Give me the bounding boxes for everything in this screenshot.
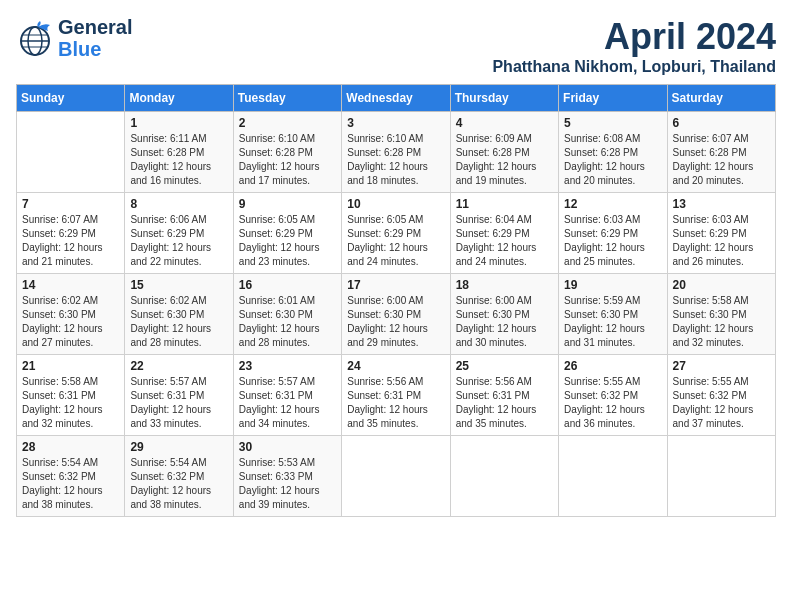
calendar-cell: 18Sunrise: 6:00 AM Sunset: 6:30 PM Dayli… — [450, 274, 558, 355]
calendar-table: SundayMondayTuesdayWednesdayThursdayFrid… — [16, 84, 776, 517]
day-info: Sunrise: 5:59 AM Sunset: 6:30 PM Dayligh… — [564, 294, 661, 350]
day-info: Sunrise: 6:10 AM Sunset: 6:28 PM Dayligh… — [239, 132, 336, 188]
calendar-cell: 24Sunrise: 5:56 AM Sunset: 6:31 PM Dayli… — [342, 355, 450, 436]
calendar-week-row: 7Sunrise: 6:07 AM Sunset: 6:29 PM Daylig… — [17, 193, 776, 274]
day-number: 25 — [456, 359, 553, 373]
calendar-cell: 12Sunrise: 6:03 AM Sunset: 6:29 PM Dayli… — [559, 193, 667, 274]
day-info: Sunrise: 5:57 AM Sunset: 6:31 PM Dayligh… — [239, 375, 336, 431]
calendar-cell: 25Sunrise: 5:56 AM Sunset: 6:31 PM Dayli… — [450, 355, 558, 436]
calendar-cell: 30Sunrise: 5:53 AM Sunset: 6:33 PM Dayli… — [233, 436, 341, 517]
calendar-cell: 15Sunrise: 6:02 AM Sunset: 6:30 PM Dayli… — [125, 274, 233, 355]
day-number: 10 — [347, 197, 444, 211]
day-info: Sunrise: 5:56 AM Sunset: 6:31 PM Dayligh… — [347, 375, 444, 431]
day-info: Sunrise: 6:02 AM Sunset: 6:30 PM Dayligh… — [22, 294, 119, 350]
day-number: 14 — [22, 278, 119, 292]
day-number: 19 — [564, 278, 661, 292]
title-block: April 2024 Phatthana Nikhom, Lopburi, Th… — [492, 16, 776, 76]
calendar-cell — [342, 436, 450, 517]
day-info: Sunrise: 6:05 AM Sunset: 6:29 PM Dayligh… — [347, 213, 444, 269]
weekday-header: Friday — [559, 85, 667, 112]
logo-icon — [16, 19, 54, 57]
day-number: 5 — [564, 116, 661, 130]
day-info: Sunrise: 6:10 AM Sunset: 6:28 PM Dayligh… — [347, 132, 444, 188]
day-number: 16 — [239, 278, 336, 292]
calendar-cell: 10Sunrise: 6:05 AM Sunset: 6:29 PM Dayli… — [342, 193, 450, 274]
day-info: Sunrise: 6:08 AM Sunset: 6:28 PM Dayligh… — [564, 132, 661, 188]
calendar-cell: 7Sunrise: 6:07 AM Sunset: 6:29 PM Daylig… — [17, 193, 125, 274]
calendar-cell: 20Sunrise: 5:58 AM Sunset: 6:30 PM Dayli… — [667, 274, 775, 355]
day-number: 9 — [239, 197, 336, 211]
day-number: 18 — [456, 278, 553, 292]
day-info: Sunrise: 6:03 AM Sunset: 6:29 PM Dayligh… — [564, 213, 661, 269]
calendar-cell — [17, 112, 125, 193]
calendar-cell: 11Sunrise: 6:04 AM Sunset: 6:29 PM Dayli… — [450, 193, 558, 274]
day-number: 3 — [347, 116, 444, 130]
calendar-cell: 6Sunrise: 6:07 AM Sunset: 6:28 PM Daylig… — [667, 112, 775, 193]
calendar-cell — [559, 436, 667, 517]
day-number: 7 — [22, 197, 119, 211]
calendar-cell: 9Sunrise: 6:05 AM Sunset: 6:29 PM Daylig… — [233, 193, 341, 274]
logo-general: General — [58, 16, 132, 38]
calendar-cell: 27Sunrise: 5:55 AM Sunset: 6:32 PM Dayli… — [667, 355, 775, 436]
weekday-header: Monday — [125, 85, 233, 112]
calendar-cell: 4Sunrise: 6:09 AM Sunset: 6:28 PM Daylig… — [450, 112, 558, 193]
day-info: Sunrise: 6:01 AM Sunset: 6:30 PM Dayligh… — [239, 294, 336, 350]
day-number: 20 — [673, 278, 770, 292]
day-info: Sunrise: 5:53 AM Sunset: 6:33 PM Dayligh… — [239, 456, 336, 512]
logo-blue: Blue — [58, 38, 132, 60]
day-number: 23 — [239, 359, 336, 373]
calendar-cell: 3Sunrise: 6:10 AM Sunset: 6:28 PM Daylig… — [342, 112, 450, 193]
page-header: General Blue April 2024 Phatthana Nikhom… — [16, 16, 776, 76]
day-number: 30 — [239, 440, 336, 454]
day-info: Sunrise: 6:04 AM Sunset: 6:29 PM Dayligh… — [456, 213, 553, 269]
day-info: Sunrise: 6:07 AM Sunset: 6:28 PM Dayligh… — [673, 132, 770, 188]
day-number: 22 — [130, 359, 227, 373]
day-info: Sunrise: 6:03 AM Sunset: 6:29 PM Dayligh… — [673, 213, 770, 269]
calendar-cell: 8Sunrise: 6:06 AM Sunset: 6:29 PM Daylig… — [125, 193, 233, 274]
day-info: Sunrise: 5:55 AM Sunset: 6:32 PM Dayligh… — [673, 375, 770, 431]
day-number: 29 — [130, 440, 227, 454]
day-info: Sunrise: 5:58 AM Sunset: 6:31 PM Dayligh… — [22, 375, 119, 431]
calendar-cell: 23Sunrise: 5:57 AM Sunset: 6:31 PM Dayli… — [233, 355, 341, 436]
calendar-body: 1Sunrise: 6:11 AM Sunset: 6:28 PM Daylig… — [17, 112, 776, 517]
calendar-cell: 5Sunrise: 6:08 AM Sunset: 6:28 PM Daylig… — [559, 112, 667, 193]
calendar-cell: 28Sunrise: 5:54 AM Sunset: 6:32 PM Dayli… — [17, 436, 125, 517]
calendar-week-row: 28Sunrise: 5:54 AM Sunset: 6:32 PM Dayli… — [17, 436, 776, 517]
day-number: 27 — [673, 359, 770, 373]
day-info: Sunrise: 6:00 AM Sunset: 6:30 PM Dayligh… — [347, 294, 444, 350]
day-number: 2 — [239, 116, 336, 130]
day-info: Sunrise: 6:09 AM Sunset: 6:28 PM Dayligh… — [456, 132, 553, 188]
weekday-header: Wednesday — [342, 85, 450, 112]
day-number: 12 — [564, 197, 661, 211]
calendar-cell — [667, 436, 775, 517]
day-info: Sunrise: 5:54 AM Sunset: 6:32 PM Dayligh… — [130, 456, 227, 512]
day-info: Sunrise: 6:02 AM Sunset: 6:30 PM Dayligh… — [130, 294, 227, 350]
calendar-cell: 16Sunrise: 6:01 AM Sunset: 6:30 PM Dayli… — [233, 274, 341, 355]
day-info: Sunrise: 5:55 AM Sunset: 6:32 PM Dayligh… — [564, 375, 661, 431]
day-info: Sunrise: 6:05 AM Sunset: 6:29 PM Dayligh… — [239, 213, 336, 269]
day-number: 15 — [130, 278, 227, 292]
day-number: 8 — [130, 197, 227, 211]
day-number: 21 — [22, 359, 119, 373]
logo: General Blue — [16, 16, 132, 60]
calendar-cell: 21Sunrise: 5:58 AM Sunset: 6:31 PM Dayli… — [17, 355, 125, 436]
calendar-week-row: 14Sunrise: 6:02 AM Sunset: 6:30 PM Dayli… — [17, 274, 776, 355]
day-number: 17 — [347, 278, 444, 292]
calendar-cell: 29Sunrise: 5:54 AM Sunset: 6:32 PM Dayli… — [125, 436, 233, 517]
calendar-cell: 1Sunrise: 6:11 AM Sunset: 6:28 PM Daylig… — [125, 112, 233, 193]
calendar-cell: 19Sunrise: 5:59 AM Sunset: 6:30 PM Dayli… — [559, 274, 667, 355]
day-info: Sunrise: 6:07 AM Sunset: 6:29 PM Dayligh… — [22, 213, 119, 269]
day-number: 28 — [22, 440, 119, 454]
day-number: 24 — [347, 359, 444, 373]
calendar-header: SundayMondayTuesdayWednesdayThursdayFrid… — [17, 85, 776, 112]
weekday-header: Tuesday — [233, 85, 341, 112]
day-number: 6 — [673, 116, 770, 130]
day-number: 4 — [456, 116, 553, 130]
day-info: Sunrise: 5:57 AM Sunset: 6:31 PM Dayligh… — [130, 375, 227, 431]
day-info: Sunrise: 5:56 AM Sunset: 6:31 PM Dayligh… — [456, 375, 553, 431]
location-title: Phatthana Nikhom, Lopburi, Thailand — [492, 58, 776, 76]
calendar-cell: 26Sunrise: 5:55 AM Sunset: 6:32 PM Dayli… — [559, 355, 667, 436]
day-info: Sunrise: 6:11 AM Sunset: 6:28 PM Dayligh… — [130, 132, 227, 188]
weekday-header: Saturday — [667, 85, 775, 112]
day-number: 26 — [564, 359, 661, 373]
